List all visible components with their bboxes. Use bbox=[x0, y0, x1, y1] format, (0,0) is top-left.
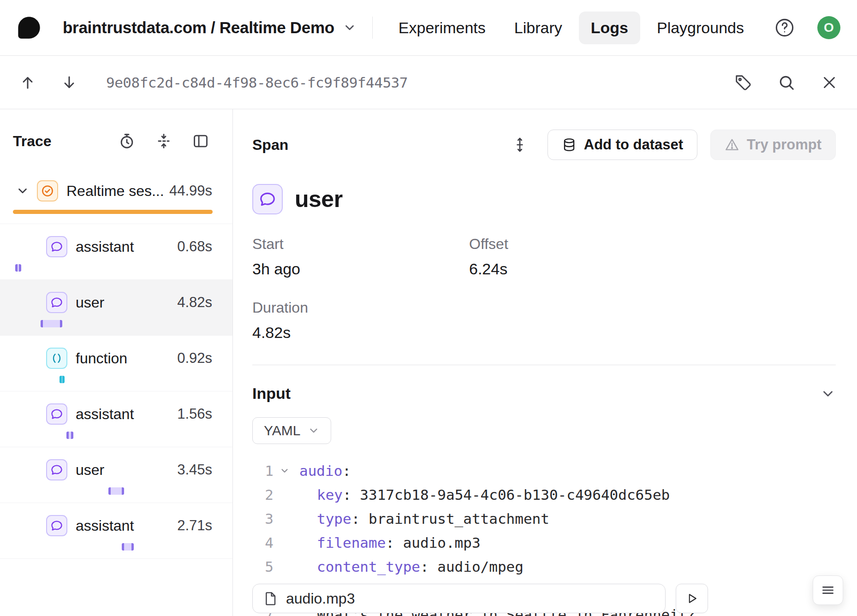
code-line: 1 audio: bbox=[252, 459, 836, 483]
timing-bar bbox=[122, 543, 134, 551]
braintrust-logo-icon bbox=[17, 15, 42, 40]
trace-row-assistant[interactable]: assistant 0.68s bbox=[0, 224, 232, 280]
timing-bar bbox=[60, 376, 65, 383]
timing-bar bbox=[13, 210, 213, 214]
timing-bar bbox=[15, 264, 21, 272]
span-row-label: assistant bbox=[76, 517, 177, 534]
input-collapse-button[interactable] bbox=[820, 386, 836, 402]
yaml-value: : 3317cb18-9a54-4c06-b130-c49640dc65eb bbox=[343, 486, 670, 503]
close-icon bbox=[821, 74, 838, 91]
trace-row-function[interactable]: function 0.92s bbox=[0, 336, 232, 391]
format-selector-dropdown[interactable]: YAML bbox=[252, 417, 331, 444]
field-duration: Duration 4.82s bbox=[252, 299, 469, 342]
search-icon bbox=[778, 74, 795, 91]
trace-actions bbox=[734, 74, 838, 91]
previous-trace-button[interactable] bbox=[19, 74, 36, 91]
timing-track bbox=[13, 206, 213, 218]
tag-icon bbox=[734, 74, 752, 91]
code-line: 2 key: 3317cb18-9a54-4c06-b130-c49640dc6… bbox=[252, 483, 836, 507]
attachment-filename: audio.mp3 bbox=[286, 590, 355, 607]
code-line: 5 content_type: audio/mpeg bbox=[252, 555, 836, 579]
add-to-dataset-button[interactable]: Add to dataset bbox=[548, 130, 697, 160]
workspace-switcher[interactable]: braintrustdata.com / Realtime Demo bbox=[63, 18, 357, 37]
trace-row-assistant[interactable]: assistant 1.56s bbox=[0, 391, 232, 447]
trace-row-assistant[interactable]: assistant 2.71s bbox=[0, 503, 232, 559]
yaml-value: : bbox=[342, 462, 351, 479]
trace-id: 9e08fc2d-c84d-4f98-8ec6-fc9f89f44537 bbox=[106, 74, 408, 91]
field-offset: Offset 6.24s bbox=[469, 236, 836, 278]
field-label: Offset bbox=[469, 236, 836, 253]
trace-id-bar: 9e08fc2d-c84d-4f98-8ec6-fc9f89f44537 bbox=[0, 56, 857, 109]
top-navbar: braintrustdata.com / Realtime Demo Exper… bbox=[0, 0, 857, 56]
trace-panel-header: Trace bbox=[0, 109, 232, 168]
help-button[interactable] bbox=[774, 17, 795, 38]
trace-row-user[interactable]: user 3.45s bbox=[0, 447, 232, 503]
trace-tree: Realtime ses... 44.99s assistant 0.68s bbox=[0, 168, 232, 559]
chat-bubble-icon bbox=[46, 459, 67, 480]
span-row-duration: 0.92s bbox=[177, 350, 212, 367]
user-avatar[interactable]: O bbox=[817, 16, 840, 39]
panel-toggle-button[interactable] bbox=[192, 132, 209, 150]
nav-item-library[interactable]: Library bbox=[502, 12, 574, 44]
next-trace-button[interactable] bbox=[61, 74, 77, 91]
file-icon bbox=[263, 591, 278, 606]
timing-bar bbox=[108, 487, 124, 495]
timing-track bbox=[13, 485, 213, 497]
chat-bubble-icon bbox=[46, 515, 67, 536]
trace-nav-arrows bbox=[19, 74, 77, 91]
line-number: 3 bbox=[252, 507, 274, 531]
chevron-down-icon bbox=[308, 425, 320, 437]
audio-attachment-row: audio.mp3 bbox=[252, 584, 708, 613]
play-button[interactable] bbox=[676, 584, 708, 613]
trace-row-user-selected[interactable]: user 4.82s bbox=[0, 280, 232, 336]
collapse-chevron-icon[interactable] bbox=[16, 184, 30, 198]
nav-divider bbox=[372, 17, 373, 39]
section-divider bbox=[252, 365, 836, 365]
chat-bubble-icon bbox=[46, 292, 67, 313]
yaml-key: type bbox=[317, 510, 351, 527]
audio-attachment[interactable]: audio.mp3 bbox=[252, 584, 666, 613]
context-menu-button[interactable] bbox=[813, 575, 843, 605]
primary-nav: Experiments Library Logs Playgrounds bbox=[387, 12, 756, 44]
input-section-title: Input bbox=[252, 385, 820, 403]
trace-panel: Trace bbox=[0, 109, 233, 616]
yaml-key: content_type bbox=[317, 558, 420, 575]
warning-triangle-icon bbox=[725, 137, 739, 152]
field-label: Duration bbox=[252, 299, 469, 316]
tag-button[interactable] bbox=[734, 74, 752, 91]
yaml-value: : audio.mp3 bbox=[386, 534, 480, 551]
fold-chevron-icon[interactable] bbox=[274, 466, 296, 476]
try-prompt-button[interactable]: Try prompt bbox=[710, 130, 836, 160]
help-icon bbox=[774, 17, 795, 38]
span-header-actions: Add to dataset Try prompt bbox=[512, 130, 836, 160]
line-number: 2 bbox=[252, 483, 274, 507]
span-row-label: assistant bbox=[76, 238, 177, 255]
span-header: Span Add to dataset Try bbox=[252, 109, 836, 172]
realtime-session-icon bbox=[37, 180, 58, 201]
timing-track bbox=[13, 262, 213, 274]
field-value: 6.24s bbox=[469, 260, 836, 278]
try-prompt-label: Try prompt bbox=[747, 136, 821, 153]
timing-bar bbox=[41, 320, 62, 327]
align-center-vertical-icon bbox=[155, 132, 173, 150]
chevron-down-icon bbox=[343, 21, 357, 35]
yaml-key: filename bbox=[317, 534, 386, 551]
close-button[interactable] bbox=[821, 74, 838, 91]
span-row-duration: 2.71s bbox=[177, 517, 212, 534]
format-selector-value: YAML bbox=[264, 423, 300, 438]
timer-button[interactable] bbox=[118, 132, 136, 150]
yaml-key: key bbox=[317, 486, 343, 503]
collapse-all-button[interactable] bbox=[155, 132, 173, 150]
span-row-label: user bbox=[76, 294, 177, 311]
sidebar-panel-icon bbox=[192, 132, 209, 150]
search-button[interactable] bbox=[778, 74, 795, 91]
play-icon bbox=[685, 592, 698, 605]
function-parens-icon bbox=[46, 348, 67, 369]
trace-row-realtime-session[interactable]: Realtime ses... 44.99s bbox=[0, 168, 232, 224]
resize-handle-button[interactable] bbox=[512, 136, 528, 153]
timing-track bbox=[13, 318, 213, 330]
nav-item-logs[interactable]: Logs bbox=[579, 12, 640, 44]
span-row-duration: 3.45s bbox=[177, 462, 212, 478]
nav-item-playgrounds[interactable]: Playgrounds bbox=[645, 12, 756, 44]
nav-item-experiments[interactable]: Experiments bbox=[387, 12, 498, 44]
